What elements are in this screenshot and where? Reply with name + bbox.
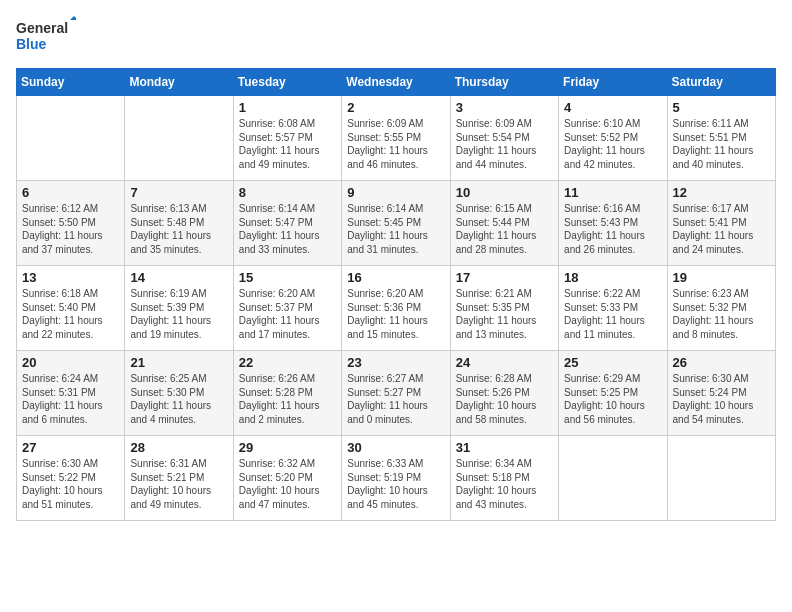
day-number: 10 [456,185,553,200]
day-number: 19 [673,270,770,285]
week-row-3: 13 Sunrise: 6:18 AMSunset: 5:40 PMDaylig… [17,266,776,351]
day-info: Sunrise: 6:13 AMSunset: 5:48 PMDaylight:… [130,202,227,256]
calendar-cell: 13 Sunrise: 6:18 AMSunset: 5:40 PMDaylig… [17,266,125,351]
day-number: 17 [456,270,553,285]
day-info: Sunrise: 6:27 AMSunset: 5:27 PMDaylight:… [347,372,444,426]
calendar-cell: 3 Sunrise: 6:09 AMSunset: 5:54 PMDayligh… [450,96,558,181]
calendar-cell [667,436,775,521]
day-number: 13 [22,270,119,285]
day-number: 14 [130,270,227,285]
day-number: 3 [456,100,553,115]
calendar-cell: 7 Sunrise: 6:13 AMSunset: 5:48 PMDayligh… [125,181,233,266]
calendar-cell: 10 Sunrise: 6:15 AMSunset: 5:44 PMDaylig… [450,181,558,266]
day-number: 6 [22,185,119,200]
day-number: 7 [130,185,227,200]
calendar-cell: 20 Sunrise: 6:24 AMSunset: 5:31 PMDaylig… [17,351,125,436]
day-info: Sunrise: 6:24 AMSunset: 5:31 PMDaylight:… [22,372,119,426]
weekday-header-friday: Friday [559,69,667,96]
day-info: Sunrise: 6:11 AMSunset: 5:51 PMDaylight:… [673,117,770,171]
svg-text:Blue: Blue [16,36,47,52]
day-number: 5 [673,100,770,115]
calendar-cell: 1 Sunrise: 6:08 AMSunset: 5:57 PMDayligh… [233,96,341,181]
svg-marker-2 [70,16,76,20]
weekday-header-wednesday: Wednesday [342,69,450,96]
calendar-cell: 23 Sunrise: 6:27 AMSunset: 5:27 PMDaylig… [342,351,450,436]
calendar-cell [17,96,125,181]
day-number: 4 [564,100,661,115]
week-row-2: 6 Sunrise: 6:12 AMSunset: 5:50 PMDayligh… [17,181,776,266]
day-info: Sunrise: 6:17 AMSunset: 5:41 PMDaylight:… [673,202,770,256]
day-number: 12 [673,185,770,200]
day-number: 26 [673,355,770,370]
calendar-cell: 28 Sunrise: 6:31 AMSunset: 5:21 PMDaylig… [125,436,233,521]
day-info: Sunrise: 6:09 AMSunset: 5:54 PMDaylight:… [456,117,553,171]
calendar-cell: 26 Sunrise: 6:30 AMSunset: 5:24 PMDaylig… [667,351,775,436]
calendar-cell: 21 Sunrise: 6:25 AMSunset: 5:30 PMDaylig… [125,351,233,436]
calendar-cell: 25 Sunrise: 6:29 AMSunset: 5:25 PMDaylig… [559,351,667,436]
weekday-header-thursday: Thursday [450,69,558,96]
calendar-cell: 6 Sunrise: 6:12 AMSunset: 5:50 PMDayligh… [17,181,125,266]
calendar-cell: 14 Sunrise: 6:19 AMSunset: 5:39 PMDaylig… [125,266,233,351]
day-info: Sunrise: 6:32 AMSunset: 5:20 PMDaylight:… [239,457,336,511]
calendar-cell: 17 Sunrise: 6:21 AMSunset: 5:35 PMDaylig… [450,266,558,351]
calendar-cell: 29 Sunrise: 6:32 AMSunset: 5:20 PMDaylig… [233,436,341,521]
day-info: Sunrise: 6:15 AMSunset: 5:44 PMDaylight:… [456,202,553,256]
day-number: 2 [347,100,444,115]
calendar-cell: 31 Sunrise: 6:34 AMSunset: 5:18 PMDaylig… [450,436,558,521]
week-row-4: 20 Sunrise: 6:24 AMSunset: 5:31 PMDaylig… [17,351,776,436]
calendar-cell [125,96,233,181]
week-row-5: 27 Sunrise: 6:30 AMSunset: 5:22 PMDaylig… [17,436,776,521]
weekday-header-tuesday: Tuesday [233,69,341,96]
day-number: 27 [22,440,119,455]
weekday-header-monday: Monday [125,69,233,96]
day-info: Sunrise: 6:33 AMSunset: 5:19 PMDaylight:… [347,457,444,511]
day-info: Sunrise: 6:31 AMSunset: 5:21 PMDaylight:… [130,457,227,511]
logo-svg: General Blue [16,16,76,56]
day-number: 20 [22,355,119,370]
day-info: Sunrise: 6:25 AMSunset: 5:30 PMDaylight:… [130,372,227,426]
day-number: 16 [347,270,444,285]
calendar-cell: 22 Sunrise: 6:26 AMSunset: 5:28 PMDaylig… [233,351,341,436]
day-info: Sunrise: 6:23 AMSunset: 5:32 PMDaylight:… [673,287,770,341]
calendar-cell: 24 Sunrise: 6:28 AMSunset: 5:26 PMDaylig… [450,351,558,436]
calendar-cell: 9 Sunrise: 6:14 AMSunset: 5:45 PMDayligh… [342,181,450,266]
weekday-header-sunday: Sunday [17,69,125,96]
day-info: Sunrise: 6:21 AMSunset: 5:35 PMDaylight:… [456,287,553,341]
calendar-cell: 2 Sunrise: 6:09 AMSunset: 5:55 PMDayligh… [342,96,450,181]
day-info: Sunrise: 6:10 AMSunset: 5:52 PMDaylight:… [564,117,661,171]
svg-text:General: General [16,20,68,36]
day-info: Sunrise: 6:09 AMSunset: 5:55 PMDaylight:… [347,117,444,171]
day-info: Sunrise: 6:19 AMSunset: 5:39 PMDaylight:… [130,287,227,341]
calendar-cell: 15 Sunrise: 6:20 AMSunset: 5:37 PMDaylig… [233,266,341,351]
day-info: Sunrise: 6:20 AMSunset: 5:37 PMDaylight:… [239,287,336,341]
day-info: Sunrise: 6:30 AMSunset: 5:24 PMDaylight:… [673,372,770,426]
day-info: Sunrise: 6:12 AMSunset: 5:50 PMDaylight:… [22,202,119,256]
calendar-cell [559,436,667,521]
day-info: Sunrise: 6:20 AMSunset: 5:36 PMDaylight:… [347,287,444,341]
calendar-cell: 18 Sunrise: 6:22 AMSunset: 5:33 PMDaylig… [559,266,667,351]
day-info: Sunrise: 6:22 AMSunset: 5:33 PMDaylight:… [564,287,661,341]
day-number: 18 [564,270,661,285]
calendar-cell: 19 Sunrise: 6:23 AMSunset: 5:32 PMDaylig… [667,266,775,351]
calendar-cell: 11 Sunrise: 6:16 AMSunset: 5:43 PMDaylig… [559,181,667,266]
day-number: 15 [239,270,336,285]
day-number: 31 [456,440,553,455]
day-number: 8 [239,185,336,200]
day-info: Sunrise: 6:29 AMSunset: 5:25 PMDaylight:… [564,372,661,426]
day-info: Sunrise: 6:16 AMSunset: 5:43 PMDaylight:… [564,202,661,256]
calendar-cell: 5 Sunrise: 6:11 AMSunset: 5:51 PMDayligh… [667,96,775,181]
day-number: 11 [564,185,661,200]
day-number: 23 [347,355,444,370]
weekday-header-row: SundayMondayTuesdayWednesdayThursdayFrid… [17,69,776,96]
calendar-cell: 8 Sunrise: 6:14 AMSunset: 5:47 PMDayligh… [233,181,341,266]
day-info: Sunrise: 6:30 AMSunset: 5:22 PMDaylight:… [22,457,119,511]
calendar-cell: 27 Sunrise: 6:30 AMSunset: 5:22 PMDaylig… [17,436,125,521]
calendar-cell: 12 Sunrise: 6:17 AMSunset: 5:41 PMDaylig… [667,181,775,266]
day-number: 30 [347,440,444,455]
day-number: 1 [239,100,336,115]
week-row-1: 1 Sunrise: 6:08 AMSunset: 5:57 PMDayligh… [17,96,776,181]
day-number: 28 [130,440,227,455]
calendar-cell: 4 Sunrise: 6:10 AMSunset: 5:52 PMDayligh… [559,96,667,181]
day-number: 25 [564,355,661,370]
calendar-table: SundayMondayTuesdayWednesdayThursdayFrid… [16,68,776,521]
